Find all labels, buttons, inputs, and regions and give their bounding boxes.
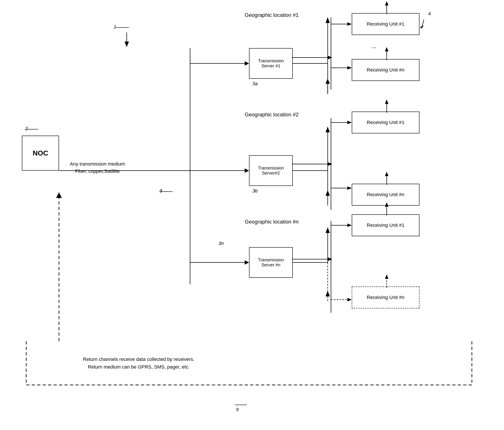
ellipsis-geo1: ... [371,43,376,50]
noc-box: NOC [22,136,59,171]
tsn-vertical-line [328,221,354,313]
receiving-unit-n-geo1-box: Receiving Unit #n [352,59,419,81]
svg-marker-38 [385,100,388,104]
svg-marker-16 [325,127,330,132]
arrow-geo1-unit1 [383,0,390,14]
arrow-geo3-unitn [383,273,390,288]
tsn-right-arrow [292,256,336,262]
svg-marker-21 [325,227,330,233]
svg-line-24 [422,20,424,28]
svg-marker-23 [325,291,330,296]
geo-location-1-label: Geographic location #1 [245,12,299,18]
svg-marker-10 [325,18,330,23]
svg-marker-7 [245,260,249,265]
svg-marker-34 [385,1,388,5]
transmission-server-n-box: Transmission Server #n [249,247,293,278]
svg-marker-30 [56,192,62,198]
arrow-geo2-unit1 [383,98,390,113]
svg-marker-18 [325,190,330,196]
ref3a-label: 3a [252,81,258,87]
transmission-server-1-box: Transmission Server #1 [249,48,293,79]
return-channels-label: Return channels receive data collected b… [83,348,194,371]
svg-marker-58 [347,121,352,124]
ref4-label: 4 [428,11,431,17]
ref8-label: 8 [160,188,162,194]
ts1-vertical-line [328,18,354,90]
arrow-geo2-unitn [383,171,390,185]
svg-marker-5 [245,168,249,173]
svg-marker-63 [347,224,352,227]
svg-marker-55 [347,66,352,70]
receiving-unit-1-geo3-box: Receiving Unit #1 [352,214,419,236]
geo-location-2-label: Geographic location #2 [245,112,299,118]
receiving-unit-n-geo2-box: Receiving Unit #n [352,184,419,206]
svg-marker-50 [328,257,332,261]
ref1-label: 1 [114,24,116,30]
geo-location-n-label: Geographic location #n [245,219,299,225]
svg-marker-32 [125,42,129,47]
arrow-geo1-unitn [383,46,390,60]
ref2-label: 2 [25,126,28,131]
transmission-medium-label: Any transmission medium Fiber, copper,Sa… [70,153,125,175]
svg-marker-65 [347,298,352,301]
receiving-unit-n-geo3-box: Receiving Unit #n [352,287,419,308]
ts1-right-arrow [292,54,336,61]
svg-marker-44 [385,274,388,279]
ref9-label: 9 [236,407,239,412]
svg-marker-36 [385,47,388,51]
svg-marker-53 [347,22,352,26]
svg-marker-13 [325,79,330,84]
svg-marker-25 [420,25,424,28]
svg-marker-40 [385,172,388,176]
svg-marker-60 [347,186,352,190]
ts2-right-arrow [292,161,336,167]
receiving-unit-1-geo1-box: Receiving Unit #1 [352,13,419,35]
transmission-server-2-box: Transmission Server#2 [249,155,293,186]
diagram: 1 NOC 2 Any transmission medium Fiber, c… [0,0,504,430]
ref3b-label: 3b [252,188,258,194]
svg-marker-46 [328,56,332,59]
svg-marker-48 [328,162,332,166]
svg-marker-3 [245,61,249,65]
receiving-unit-1-geo2-box: Receiving Unit #1 [352,112,419,133]
ref3n-label: 3n [218,241,224,246]
ts2-vertical-line [328,118,354,210]
